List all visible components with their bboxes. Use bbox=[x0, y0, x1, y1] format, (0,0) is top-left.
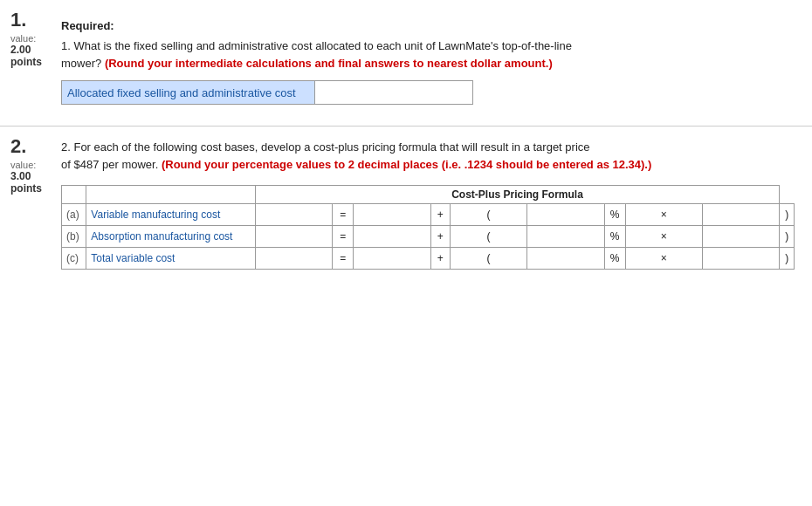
question-2-number-block: 2. value: 3.00 points bbox=[0, 135, 52, 273]
cpf-open-paren: ( bbox=[450, 248, 526, 270]
question-2-points: 3.00 points bbox=[10, 170, 52, 195]
cpf-input-4 bbox=[702, 226, 779, 248]
cpf-input-1 bbox=[255, 204, 332, 226]
cpf-field-4[interactable] bbox=[703, 204, 779, 225]
cpf-row-letter: (a) bbox=[62, 204, 86, 226]
cpf-field-4[interactable] bbox=[703, 248, 779, 269]
cpf-equals-op: = bbox=[333, 226, 354, 248]
question-1-text: 1. What is the fixed selling and adminis… bbox=[61, 38, 795, 72]
cpf-row: (c)Total variable cost=+(%×) bbox=[62, 248, 795, 270]
question-2-text-plain: 2. For each of the following cost bases,… bbox=[61, 140, 590, 154]
cpf-field-3[interactable] bbox=[527, 248, 603, 269]
question-2-content: 2. For each of the following cost bases,… bbox=[52, 135, 812, 273]
cpf-input-3 bbox=[527, 248, 604, 270]
cpf-field-2[interactable] bbox=[354, 248, 430, 269]
cpf-row-letter: (b) bbox=[62, 226, 86, 248]
cpf-field-1[interactable] bbox=[256, 248, 332, 269]
cpf-close-paren: ) bbox=[780, 248, 795, 270]
cpf-row-letter: (c) bbox=[62, 248, 86, 270]
cpf-input-4 bbox=[702, 204, 779, 226]
cpf-input-1 bbox=[255, 226, 332, 248]
required-label: Required: bbox=[61, 19, 795, 32]
cpf-row-desc: Variable manufacturing cost bbox=[86, 204, 255, 226]
question-1-row: Allocated fixed selling and administrati… bbox=[62, 81, 473, 105]
question-1-content: Required: 1. What is the fixed selling a… bbox=[52, 9, 812, 108]
question-1-input[interactable] bbox=[315, 81, 472, 104]
cpf-formula-header: Cost-Plus Pricing Formula bbox=[255, 186, 780, 204]
cpf-percent-symbol: % bbox=[604, 204, 625, 226]
question-1-table: Allocated fixed selling and administrati… bbox=[61, 80, 473, 105]
cpf-input-3 bbox=[527, 226, 604, 248]
cpf-close-paren: ) bbox=[780, 204, 795, 226]
cpf-row-desc: Total variable cost bbox=[86, 248, 255, 270]
cpf-input-2 bbox=[354, 226, 430, 248]
cpf-input-4 bbox=[702, 248, 779, 270]
question-1-text-plain: 1. What is the fixed selling and adminis… bbox=[61, 39, 572, 52]
cpf-field-3[interactable] bbox=[527, 226, 603, 247]
question-1-text-red: (Round your intermediate calculations an… bbox=[105, 57, 553, 70]
cpf-plus-op: + bbox=[430, 226, 450, 248]
question-1-number-block: 1. value: 2.00 points bbox=[0, 9, 52, 108]
cpf-field-1[interactable] bbox=[256, 226, 332, 247]
cpf-plus-op: + bbox=[430, 204, 450, 226]
cpf-input-2 bbox=[354, 204, 430, 226]
cpf-close-paren: ) bbox=[780, 226, 795, 248]
question-2-section: 2. value: 3.00 points 2. For each of the… bbox=[0, 126, 812, 282]
cpf-field-2[interactable] bbox=[354, 204, 430, 225]
question-1-input-cell bbox=[315, 81, 473, 105]
cpf-open-paren: ( bbox=[450, 226, 526, 248]
cpf-field-3[interactable] bbox=[527, 204, 603, 225]
question-2-text-plain2: of $487 per mower. bbox=[61, 158, 158, 171]
question-1-value-label: value: bbox=[10, 33, 52, 44]
question-1-points: 2.00 points bbox=[10, 44, 52, 68]
cpf-header-empty2 bbox=[86, 186, 255, 204]
cpf-times-symbol: × bbox=[625, 204, 702, 226]
cpf-input-3 bbox=[527, 204, 604, 226]
cpf-input-2 bbox=[354, 248, 430, 270]
cpf-row: (a)Variable manufacturing cost=+(%×) bbox=[62, 204, 795, 226]
cpf-row: (b)Absorption manufacturing cost=+(%×) bbox=[62, 226, 795, 248]
cpf-field-4[interactable] bbox=[703, 226, 779, 247]
cpf-field-1[interactable] bbox=[256, 204, 332, 225]
question-2-text: 2. For each of the following cost bases,… bbox=[61, 139, 795, 173]
cpf-equals-op: = bbox=[333, 248, 354, 270]
page: 1. value: 2.00 points Required: 1. What … bbox=[0, 0, 812, 282]
cost-plus-formula-table: Cost-Plus Pricing Formula (a)Variable ma… bbox=[61, 185, 795, 270]
question-1-text-plain2: mower? (Round your intermediate calculat… bbox=[61, 57, 553, 70]
question-2-number: 2. bbox=[10, 135, 52, 158]
cpf-header-row: Cost-Plus Pricing Formula bbox=[62, 186, 795, 204]
cpf-equals-op: = bbox=[333, 204, 354, 226]
cpf-row-desc: Absorption manufacturing cost bbox=[86, 226, 255, 248]
question-2-text-red: (Round your percentage values to 2 decim… bbox=[162, 158, 651, 171]
cpf-times-symbol: × bbox=[625, 226, 702, 248]
cpf-percent-symbol: % bbox=[604, 248, 625, 270]
cpf-percent-symbol: % bbox=[604, 226, 625, 248]
cpf-open-paren: ( bbox=[450, 204, 526, 226]
question-1-number: 1. bbox=[10, 9, 52, 31]
question-2-value-label: value: bbox=[10, 160, 52, 170]
cpf-field-2[interactable] bbox=[354, 226, 430, 247]
question-1-section: 1. value: 2.00 points Required: 1. What … bbox=[0, 0, 812, 126]
cpf-plus-op: + bbox=[430, 248, 450, 270]
cpf-header-empty1 bbox=[62, 186, 86, 204]
cpf-times-symbol: × bbox=[625, 248, 702, 270]
cpf-input-1 bbox=[255, 248, 332, 270]
question-1-row-label: Allocated fixed selling and administrati… bbox=[62, 81, 315, 105]
